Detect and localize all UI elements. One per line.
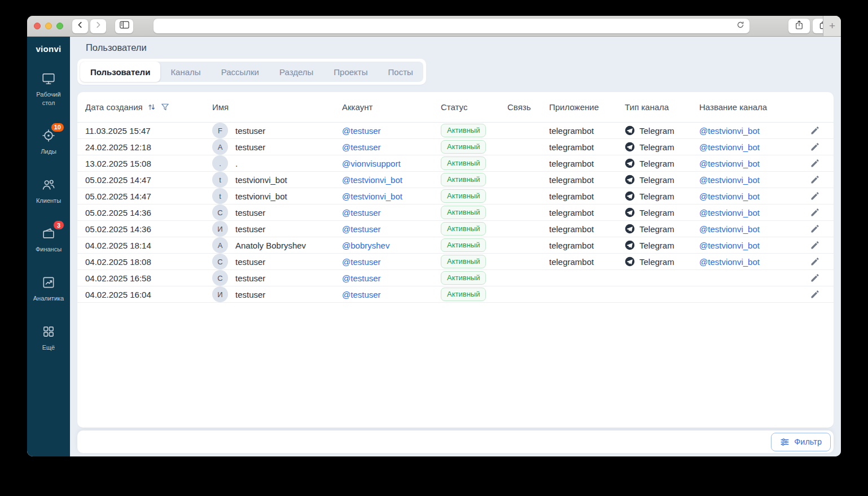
tab-sections[interactable]: Разделы xyxy=(269,62,323,82)
account-link[interactable]: @vionvisupport xyxy=(342,159,401,168)
edit-icon[interactable] xyxy=(810,142,820,152)
cell-channel-type: Telegram xyxy=(625,207,699,217)
cell-channel-name: @testvionvi_bot xyxy=(699,126,804,136)
new-tab-button[interactable]: + xyxy=(823,16,841,36)
cell-channel-type: Telegram xyxy=(625,256,699,267)
edit-icon[interactable] xyxy=(810,240,820,250)
cell-application: telegrambot xyxy=(549,159,625,168)
channel-link[interactable]: @testvionvi_bot xyxy=(699,159,760,168)
close-window-button[interactable] xyxy=(34,23,41,29)
cell-account: @vionvisupport xyxy=(342,159,441,168)
cell-status: Активный xyxy=(441,124,507,137)
account-link[interactable]: @testuser xyxy=(342,273,381,283)
cell-account: @testvionvi_bot xyxy=(342,175,441,185)
cell-actions xyxy=(804,273,826,283)
footer-bar: Фильтр xyxy=(77,430,834,453)
cell-created-date: 05.02.2025 14:36 xyxy=(85,224,212,234)
cell-status: Активный xyxy=(441,173,507,186)
table-row: 04.02.2025 18:14 A Anatoly Bobryshev @bo… xyxy=(77,237,834,254)
channel-link[interactable]: @testvionvi_bot xyxy=(699,175,760,185)
cell-account: @bobryshev xyxy=(342,241,441,250)
users-table: Дата создания Имя Аккаунт Статус Связь П… xyxy=(77,92,834,428)
tab-posts[interactable]: Посты xyxy=(378,62,423,82)
channel-link[interactable]: @testvionvi_bot xyxy=(699,241,760,250)
channel-link[interactable]: @testvionvi_bot xyxy=(699,126,760,136)
channel-link[interactable]: @testvionvi_bot xyxy=(699,208,760,217)
edit-icon[interactable] xyxy=(810,289,820,299)
channel-link[interactable]: @testvionvi_bot xyxy=(699,224,760,234)
browser-window: + vionvi Рабочий стол 10 xyxy=(27,16,841,456)
channel-link[interactable]: @testvionvi_bot xyxy=(699,192,760,201)
cell-account: @testvionvi_bot xyxy=(342,192,441,201)
sidebar-item-finance[interactable]: 3 Финансы xyxy=(36,226,62,254)
tab-mailings[interactable]: Рассылки xyxy=(211,62,269,82)
share-button[interactable] xyxy=(788,19,810,33)
cell-status: Активный xyxy=(441,238,507,252)
table-row: 11.03.2025 15:47 F testuser @testuser Ак… xyxy=(77,123,834,139)
edit-icon[interactable] xyxy=(810,273,820,283)
status-badge: Активный xyxy=(441,288,486,301)
telegram-icon xyxy=(625,191,635,201)
edit-icon[interactable] xyxy=(810,158,820,168)
tab-projects[interactable]: Проекты xyxy=(323,62,378,82)
sidebar-item-analytics[interactable]: Аналитика xyxy=(33,275,64,303)
sliders-icon xyxy=(780,437,790,447)
sidebar-item-leads[interactable]: 10 Лиды xyxy=(41,128,56,156)
status-badge: Активный xyxy=(441,238,486,252)
plus-icon: + xyxy=(829,20,835,32)
channel-type-label: Telegram xyxy=(639,257,674,267)
sidebar-item-more[interactable]: Ещё xyxy=(41,324,56,352)
reload-icon[interactable] xyxy=(737,21,744,31)
account-link[interactable]: @testuser xyxy=(342,126,381,136)
page-title: Пользователи xyxy=(77,42,147,53)
edit-icon[interactable] xyxy=(810,207,820,217)
user-name: testvionvi_bot xyxy=(235,192,287,201)
tab-users[interactable]: Пользователи xyxy=(80,62,160,82)
account-link[interactable]: @testuser xyxy=(342,257,381,267)
edit-icon[interactable] xyxy=(810,175,820,185)
channel-link[interactable]: @testvionvi_bot xyxy=(699,142,760,152)
table-body: 11.03.2025 15:47 F testuser @testuser Ак… xyxy=(77,123,834,303)
sort-icon[interactable] xyxy=(147,102,156,112)
table-row: 05.02.2025 14:36 И testuser @testuser Ак… xyxy=(77,221,834,237)
zoom-window-button[interactable] xyxy=(56,23,63,29)
account-link[interactable]: @testvionvi_bot xyxy=(342,175,402,185)
sidebar-item-clients[interactable]: Клиенты xyxy=(36,177,61,205)
finance-count-badge: 3 xyxy=(53,220,64,230)
edit-icon[interactable] xyxy=(810,191,820,201)
grid-icon xyxy=(41,324,56,339)
cell-account: @testuser xyxy=(342,142,441,152)
back-button[interactable] xyxy=(72,19,88,33)
sidebar-item-label: Клиенты xyxy=(36,197,61,205)
filter-funnel-icon[interactable] xyxy=(160,102,170,112)
cell-channel-type: Telegram xyxy=(625,224,699,234)
telegram-icon xyxy=(625,175,635,185)
user-name: testuser xyxy=(235,208,265,217)
channel-type-label: Telegram xyxy=(639,142,674,152)
sidebar-toggle-button[interactable] xyxy=(115,19,133,33)
account-link[interactable]: @bobryshev xyxy=(342,241,389,250)
account-link[interactable]: @testuser xyxy=(342,208,381,217)
filter-button[interactable]: Фильтр xyxy=(771,433,831,451)
cell-name: t testvionvi_bot xyxy=(212,172,342,188)
status-badge: Активный xyxy=(441,271,486,285)
account-link[interactable]: @testvionvi_bot xyxy=(342,192,402,201)
account-link[interactable]: @testuser xyxy=(342,224,381,234)
avatar: И xyxy=(212,221,228,237)
sidebar-item-label: Финансы xyxy=(36,245,62,254)
edit-icon[interactable] xyxy=(810,125,820,136)
channel-type-label: Telegram xyxy=(639,159,674,168)
cell-channel-name: @testvionvi_bot xyxy=(699,142,804,152)
channel-link[interactable]: @testvionvi_bot xyxy=(699,257,760,267)
chevron-left-icon xyxy=(76,21,84,31)
account-link[interactable]: @testuser xyxy=(342,290,381,299)
tab-channels[interactable]: Каналы xyxy=(160,62,211,82)
minimize-window-button[interactable] xyxy=(45,23,52,29)
edit-icon[interactable] xyxy=(810,224,820,234)
column-header-date[interactable]: Дата создания xyxy=(85,102,212,112)
forward-button[interactable] xyxy=(90,19,106,33)
edit-icon[interactable] xyxy=(810,256,820,267)
sidebar-item-desktop[interactable]: Рабочий стол xyxy=(29,71,68,107)
url-bar[interactable] xyxy=(154,19,749,33)
account-link[interactable]: @testuser xyxy=(342,142,381,152)
